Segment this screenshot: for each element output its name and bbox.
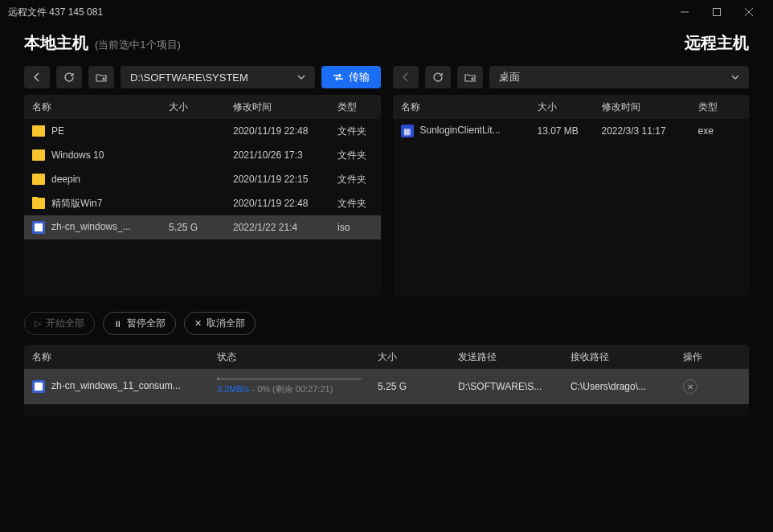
cancel-row-button[interactable]: ✕ (683, 379, 697, 394)
qcol-name[interactable]: 名称 (24, 350, 209, 364)
titlebar: 远程文件 437 145 081 (0, 0, 773, 24)
chevron-down-icon (731, 75, 739, 80)
queue-row[interactable]: zh-cn_windows_11_consum... 3.2MB/s - 0% … (24, 369, 749, 404)
transfer-icon (333, 72, 344, 82)
back-button[interactable] (24, 66, 50, 88)
chevron-down-icon (297, 75, 305, 80)
transfer-button[interactable]: 传输 (321, 66, 381, 88)
refresh-button[interactable] (425, 66, 451, 88)
remote-path-select[interactable]: 桌面 (489, 66, 750, 88)
pause-icon: ⏸ (113, 319, 122, 329)
local-host-subtitle: (当前选中1个项目) (95, 38, 181, 52)
maximize-button[interactable] (701, 0, 733, 24)
table-row[interactable]: SunloginClientLit... 13.07 MB 2022/3/3 1… (393, 119, 750, 143)
local-pane: D:\SOFTWARE\SYSTEM 传输 名称 大小 修改时间 类型 PE 2… (24, 66, 381, 296)
new-folder-button[interactable] (457, 66, 483, 88)
pause-all-button[interactable]: ⏸暂停全部 (103, 312, 176, 335)
col-modified[interactable]: 修改时间 (594, 100, 690, 114)
qcol-size[interactable]: 大小 (370, 350, 450, 364)
qcol-status[interactable]: 状态 (209, 350, 370, 364)
folder-icon (32, 125, 45, 137)
window-title: 远程文件 437 145 081 (8, 6, 669, 19)
refresh-button[interactable] (56, 66, 82, 88)
iso-icon (32, 380, 45, 393)
col-name[interactable]: 名称 (393, 100, 530, 114)
iso-icon (32, 221, 45, 234)
table-row[interactable]: zh-cn_windows_... 5.25 G 2022/1/22 21:4 … (24, 215, 381, 239)
col-size[interactable]: 大小 (161, 100, 225, 114)
folder-icon (32, 149, 45, 161)
new-folder-button[interactable] (88, 66, 114, 88)
qcol-recv[interactable]: 接收路径 (562, 350, 675, 364)
play-icon: ▷ (35, 318, 41, 329)
local-table-body: PE 2020/11/19 22:48 文件夹 Windows 10 2021/… (24, 119, 381, 296)
minimize-button[interactable] (669, 0, 701, 24)
col-name[interactable]: 名称 (24, 100, 161, 114)
cancel-all-button[interactable]: ✕取消全部 (184, 312, 256, 335)
table-row[interactable]: PE 2020/11/19 22:48 文件夹 (24, 119, 381, 143)
remote-table-header: 名称 大小 修改时间 类型 (393, 95, 750, 119)
local-path-text: D:\SOFTWARE\SYSTEM (130, 72, 248, 84)
local-path-select[interactable]: D:\SOFTWARE\SYSTEM (121, 66, 315, 88)
queue-table-header: 名称 状态 大小 发送路径 接收路径 操作 (24, 345, 749, 369)
remote-table-body: SunloginClientLit... 13.07 MB 2022/3/3 1… (393, 119, 750, 296)
cancel-icon: ✕ (194, 318, 202, 329)
transfer-label: 传输 (349, 70, 370, 84)
remote-host-title: 远程主机 (685, 32, 749, 54)
col-type[interactable]: 类型 (690, 100, 750, 114)
status-text: 3.2MB/s - 0% (剩余 00:27:21) (217, 383, 362, 395)
folder-icon (32, 174, 45, 185)
remote-path-text: 桌面 (499, 70, 520, 84)
local-host-title: 本地主机 (24, 32, 88, 54)
start-all-button[interactable]: ▷开始全部 (24, 312, 95, 335)
folder-icon (32, 198, 45, 209)
table-row[interactable]: 精简版Win7 2020/11/19 22:48 文件夹 (24, 191, 381, 215)
qcol-send[interactable]: 发送路径 (450, 350, 562, 364)
table-row[interactable]: Windows 10 2021/10/26 17:3 文件夹 (24, 143, 381, 167)
back-button[interactable] (393, 66, 419, 88)
close-button[interactable] (733, 0, 765, 24)
queue-table-body: zh-cn_windows_11_consum... 3.2MB/s - 0% … (24, 369, 749, 417)
remote-pane: 桌面 名称 大小 修改时间 类型 SunloginClientLit... 13… (393, 66, 750, 296)
col-size[interactable]: 大小 (530, 100, 594, 114)
svg-rect-1 (714, 9, 721, 16)
col-type[interactable]: 类型 (329, 100, 381, 114)
local-table-header: 名称 大小 修改时间 类型 (24, 95, 381, 119)
table-row[interactable]: deepin 2020/11/19 22:15 文件夹 (24, 167, 381, 191)
progress-bar (217, 378, 362, 380)
qcol-op[interactable]: 操作 (675, 350, 749, 364)
exe-icon (401, 125, 414, 137)
col-modified[interactable]: 修改时间 (225, 100, 329, 114)
